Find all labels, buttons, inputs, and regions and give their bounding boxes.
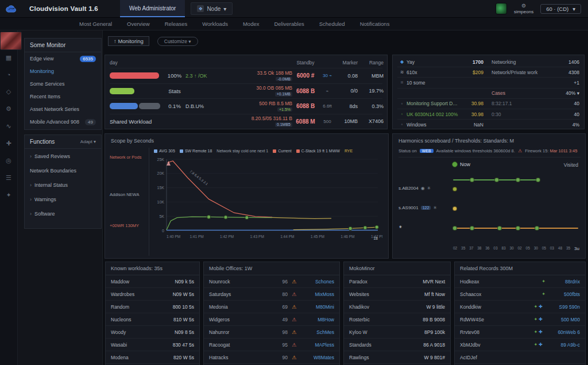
item-link[interactable]: MixMoss: [301, 291, 334, 297]
item-link[interactable]: M8How: [301, 317, 334, 322]
item-link[interactable]: 500 M00: [547, 317, 580, 322]
event-name[interactable]: UK 6030N14 002 100%: [407, 112, 459, 117]
gear-icon[interactable]: ⚙: [6, 105, 11, 113]
status-dot[interactable]: [516, 226, 520, 230]
function-item-3[interactable]: ›Warnings: [25, 192, 101, 206]
metric-label-1[interactable]: Addison NEWA: [110, 192, 148, 197]
workspace-settings[interactable]: ⚙ simpeons: [514, 3, 533, 14]
event-name[interactable]: Windows: [407, 122, 459, 128]
item-name[interactable]: Medonia: [209, 304, 275, 310]
item-link[interactable]: Schones: [301, 279, 334, 285]
item-name[interactable]: Wardrobes: [111, 291, 173, 297]
sidebar-item-3[interactable]: Recent Items: [25, 90, 101, 103]
item-name[interactable]: Paradox: [349, 279, 423, 285]
item-name[interactable]: Nounrock: [209, 279, 275, 285]
metric-label-0[interactable]: Network or Pods: [110, 155, 148, 160]
status-dot[interactable]: [536, 178, 540, 182]
item-name[interactable]: Hatracks: [209, 355, 275, 360]
function-item-0[interactable]: ›Saved Reviews: [25, 149, 101, 163]
status-dot[interactable]: [470, 178, 474, 182]
item-name[interactable]: Widgeros: [209, 317, 275, 322]
item-link[interactable]: W8Mates: [301, 355, 334, 360]
account-selector[interactable]: 60 · (CD) ▾: [540, 4, 581, 14]
subnav-item-1[interactable]: Overview: [127, 21, 150, 27]
star-icon[interactable]: ✦: [6, 191, 11, 199]
item-name[interactable]: Rrvtev08: [460, 329, 534, 335]
item-name[interactable]: Khadikov: [349, 304, 426, 310]
metric-label-2[interactable]: +00WR 130MY: [110, 223, 148, 228]
breadcrumb[interactable]: ↑ Monitoring: [108, 36, 149, 46]
item-name[interactable]: Schaacox: [460, 291, 541, 297]
status-dot[interactable]: [497, 226, 502, 230]
item-link[interactable]: 60nWeb 6: [547, 329, 580, 335]
item-name[interactable]: Rawlings: [349, 355, 424, 360]
item-name[interactable]: XbMJdbv: [460, 342, 534, 348]
item-name[interactable]: Random: [111, 304, 173, 310]
item-link[interactable]: S99 590n: [547, 304, 580, 310]
subnav-item-5[interactable]: Deliverables: [274, 21, 304, 27]
sidebar-item-5[interactable]: Mobile Advanced 90849: [25, 116, 101, 128]
legend-item-2[interactable]: Network stay cold one next 1: [216, 149, 268, 153]
item-name[interactable]: Standards: [349, 342, 423, 348]
function-item-1[interactable]: Network Boundaries: [25, 163, 101, 178]
sidebar-item-2[interactable]: Some Services: [25, 78, 101, 90]
status-dot[interactable]: [494, 178, 499, 182]
item-name[interactable]: Hodkeax: [460, 279, 541, 285]
item-name[interactable]: Konddkiw: [460, 304, 534, 310]
event-name[interactable]: Yay: [407, 59, 459, 65]
item-link[interactable]: 88rdrix: [547, 279, 580, 285]
customize-pill[interactable]: Customize ▾: [157, 37, 198, 46]
item-name[interactable]: Saturdays: [209, 291, 275, 297]
status-dot[interactable]: [452, 187, 457, 191]
wave-icon[interactable]: ∿: [6, 122, 11, 130]
adapt-action[interactable]: Adapt ▾: [80, 139, 96, 144]
event-name[interactable]: Monitoring Support Device: [407, 101, 459, 106]
item-name[interactable]: Racoogat: [209, 342, 275, 348]
item-link[interactable]: SchMes: [301, 329, 334, 335]
legend-item-5[interactable]: RYE: [345, 149, 353, 153]
lane-name[interactable]: ⁕: [399, 225, 403, 230]
subnav-item-3[interactable]: Workloads: [202, 21, 228, 27]
event-name[interactable]: 610x: [407, 70, 459, 75]
legend-item-1[interactable]: SW Remote 18: [180, 149, 212, 153]
status-dot[interactable]: [452, 226, 457, 230]
subnav-item-2[interactable]: Releases: [165, 21, 188, 27]
diamond-icon[interactable]: ◇: [6, 88, 11, 95]
subnav-item-4[interactable]: Modex: [243, 21, 260, 27]
target-icon[interactable]: ◎: [6, 157, 11, 164]
menu-icon[interactable]: ☰: [6, 174, 11, 182]
item-name[interactable]: Modena: [111, 355, 173, 360]
subnav-item-7[interactable]: Notifications: [360, 21, 390, 27]
item-name[interactable]: Nahunror: [209, 329, 275, 335]
status-dot[interactable]: [516, 178, 520, 182]
tab-web-administrator[interactable]: Web Administrator: [120, 0, 185, 17]
plus-icon[interactable]: ✚: [6, 140, 11, 147]
item-link[interactable]: M80Mini: [301, 304, 334, 310]
item-name[interactable]: AcIDJef: [460, 355, 547, 360]
function-item-2[interactable]: ›Internal Status: [25, 178, 101, 192]
sidebar-item-1[interactable]: Monitoring: [25, 65, 101, 78]
grid-icon[interactable]: ▦: [6, 54, 11, 62]
item-name[interactable]: Woody: [111, 329, 175, 335]
function-item-4[interactable]: ›Software: [25, 206, 101, 221]
lane-name[interactable]: s.AB2004: [399, 186, 419, 191]
lane-name[interactable]: s.AS9001: [399, 205, 419, 210]
status-dot[interactable]: [452, 206, 457, 211]
web-chip[interactable]: WEB: [420, 149, 434, 153]
sidebar-item-0[interactable]: Edge view6535: [25, 52, 101, 65]
subnav-item-6[interactable]: Scheduled: [319, 21, 345, 27]
legend-item-0[interactable]: AVG 305: [154, 149, 175, 153]
workspace-avatar[interactable]: [496, 3, 507, 14]
item-name[interactable]: Rosterbic: [349, 317, 423, 322]
legend-item-4[interactable]: C-Stack 19 ft 1 MWW: [296, 149, 340, 153]
item-name[interactable]: Maddow: [111, 279, 175, 285]
item-name[interactable]: Websites: [349, 291, 424, 297]
status-dot[interactable]: [470, 226, 474, 230]
workspace-thumbnail[interactable]: [0, 32, 22, 50]
event-name[interactable]: 10 some: [407, 80, 459, 86]
item-name[interactable]: RdWW4Se: [460, 317, 534, 322]
item-link[interactable]: 500fbts: [547, 291, 580, 297]
item-name[interactable]: Kyloo W: [349, 329, 424, 335]
item-link[interactable]: MAPless: [301, 342, 334, 348]
legend-item-3[interactable]: Current: [273, 149, 291, 153]
